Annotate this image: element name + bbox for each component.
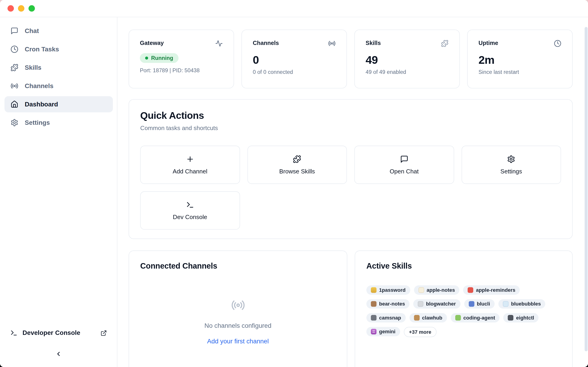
clock-icon <box>554 40 561 47</box>
bear-emoji-icon <box>371 301 376 307</box>
skills-title: Skills <box>366 40 381 46</box>
settings-button[interactable]: Settings <box>461 146 561 184</box>
skill-badge[interactable]: blucli <box>464 299 494 309</box>
more-skills-button[interactable]: +37 more <box>404 327 437 337</box>
newspaper-emoji-icon <box>418 301 423 307</box>
sidebar-item-label: Channels <box>25 82 53 90</box>
radio-icon <box>231 298 245 312</box>
puzzle-icon <box>441 40 449 47</box>
skill-badge[interactable]: eightctl <box>503 313 539 323</box>
quick-actions-panel: Quick Actions Common tasks and shortcuts… <box>129 99 573 239</box>
gear-icon <box>507 155 515 163</box>
skill-badge[interactable]: blogwatcher <box>413 299 460 309</box>
sidebar: Chat Cron Tasks Skills Channels <box>0 17 117 367</box>
sidebar-footer: Developer Console <box>0 329 117 367</box>
status-dot <box>145 57 148 60</box>
radio-icon <box>10 82 18 90</box>
add-first-channel-link[interactable]: Add your first channel <box>207 338 269 345</box>
sidebar-item-label: Settings <box>25 119 50 126</box>
puzzle-emoji-icon <box>455 315 460 320</box>
open-chat-button[interactable]: Open Chat <box>355 146 454 184</box>
sidebar-item-label: Skills <box>25 64 42 71</box>
uptime-value: 2m <box>478 53 561 67</box>
sidebar-item-dashboard[interactable]: Dashboard <box>5 96 113 112</box>
channels-value: 0 <box>253 53 336 67</box>
skill-badge[interactable]: ♊gemini <box>366 327 400 336</box>
bubbles-emoji-icon <box>503 301 508 307</box>
close-button[interactable] <box>8 5 14 12</box>
skills-value: 49 <box>366 53 449 67</box>
activity-icon <box>215 40 223 47</box>
skill-badge[interactable]: 1password <box>366 285 410 295</box>
window-body: Chat Cron Tasks Skills Channels <box>0 17 588 367</box>
uptime-subtext: Since last restart <box>478 69 561 75</box>
scrollbar-thumb[interactable] <box>585 27 588 351</box>
clock-icon <box>10 45 18 53</box>
app-stage: Chat Cron Tasks Skills Channels <box>0 0 588 367</box>
camera-emoji-icon <box>371 315 376 320</box>
skill-badge[interactable]: bear-notes <box>366 299 409 309</box>
skill-badge[interactable]: apple-notes <box>414 285 460 295</box>
empty-message: No channels configured <box>204 322 271 330</box>
alarm-emoji-icon <box>468 287 473 293</box>
sidebar-item-channels[interactable]: Channels <box>5 78 113 94</box>
add-channel-button[interactable]: Add Channel <box>140 146 240 184</box>
sidebar-item-cron-tasks[interactable]: Cron Tasks <box>5 41 113 57</box>
chevron-left-icon <box>55 350 62 357</box>
connected-channels-card: Connected Channels No channels configure… <box>129 250 347 367</box>
uptime-card: Uptime 2m Since last restart <box>467 30 573 88</box>
gateway-details: Port: 18789 | PID: 50438 <box>140 67 223 73</box>
skill-badge[interactable]: clawhub <box>409 313 447 323</box>
skills-subtext: 49 of 49 enabled <box>366 69 449 75</box>
gemini-emoji-icon: ♊ <box>371 329 376 334</box>
channels-card: Channels 0 0 of 0 connected <box>242 30 347 88</box>
skill-badge[interactable]: apple-reminders <box>463 285 520 295</box>
connected-channels-title: Connected Channels <box>140 261 336 270</box>
quick-actions-grid: Add Channel Browse Skills Open Chat <box>140 146 561 230</box>
package-emoji-icon <box>414 315 419 320</box>
sidebar-item-skills[interactable]: Skills <box>5 60 113 76</box>
active-skills-title: Active Skills <box>366 261 561 270</box>
terminal-icon <box>186 200 194 209</box>
active-skills-card: Active Skills 1password apple-notes appl… <box>355 250 573 367</box>
skill-badge[interactable]: camsnap <box>366 313 406 323</box>
browse-skills-button[interactable]: Browse Skills <box>247 146 347 184</box>
dev-console-button[interactable]: Dev Console <box>140 191 240 230</box>
chat-icon <box>10 27 18 35</box>
skills-card: Skills 49 49 of 49 enabled <box>355 30 460 88</box>
puzzle-icon <box>293 155 301 163</box>
stats-row: Gateway Running Port: 18789 | PID: 50438… <box>129 30 573 88</box>
sidebar-nav: Chat Cron Tasks Skills Channels <box>0 17 117 133</box>
home-icon <box>10 100 18 108</box>
quick-actions-title: Quick Actions <box>140 109 561 121</box>
sidebar-item-label: Dashboard <box>25 100 58 108</box>
chat-icon <box>400 155 408 163</box>
lock-emoji-icon <box>371 287 376 293</box>
gateway-status-label: Running <box>151 55 173 61</box>
sidebar-collapse-button[interactable] <box>10 350 107 357</box>
skill-badge[interactable]: bluebubbles <box>498 299 545 309</box>
terminal-icon <box>10 329 18 337</box>
gateway-status-badge: Running <box>140 53 179 63</box>
zoom-button[interactable] <box>28 5 35 12</box>
sidebar-item-label: Cron Tasks <box>25 45 59 53</box>
sidebar-item-chat[interactable]: Chat <box>5 23 113 39</box>
developer-console-label: Developer Console <box>23 329 80 337</box>
quick-actions-subtitle: Common tasks and shortcuts <box>140 125 561 131</box>
uptime-title: Uptime <box>478 40 498 46</box>
sidebar-item-settings[interactable]: Settings <box>5 115 113 131</box>
minimize-button[interactable] <box>18 5 24 12</box>
memo-emoji-icon <box>418 287 424 293</box>
radio-icon <box>328 40 336 47</box>
gateway-card: Gateway Running Port: 18789 | PID: 50438 <box>129 30 234 88</box>
sidebar-item-label: Chat <box>25 27 39 35</box>
developer-console-link[interactable]: Developer Console <box>10 329 107 337</box>
blueberries-emoji-icon <box>468 301 474 307</box>
external-link-icon[interactable] <box>101 330 107 336</box>
skill-badge[interactable]: coding-agent <box>451 313 500 323</box>
title-bar <box>0 0 588 17</box>
knobs-emoji-icon <box>508 315 513 320</box>
channels-subtext: 0 of 0 connected <box>253 69 336 75</box>
main-content: Gateway Running Port: 18789 | PID: 50438… <box>117 17 588 367</box>
skills-badge-list: 1password apple-notes apple-reminders be… <box>366 285 561 337</box>
